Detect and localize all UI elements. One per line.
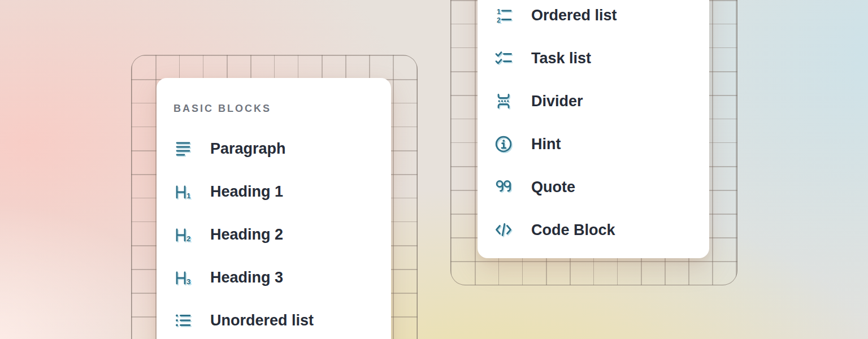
- menu-item-label: Heading 2: [210, 226, 283, 244]
- quote-icon: [494, 178, 513, 196]
- paragraph-icon: [173, 140, 192, 158]
- svg-text:2: 2: [186, 234, 191, 243]
- divider-icon: [494, 92, 513, 110]
- menu-item-heading-1[interactable]: 11Heading 1: [173, 176, 391, 207]
- section-label: BASIC BLOCKS: [173, 103, 391, 114]
- svg-text:2: 2: [497, 16, 501, 24]
- more-blocks-items: 1212Ordered listTask listDividerHintQuot…: [494, 0, 709, 246]
- unordered-list-icon: [173, 311, 192, 329]
- svg-text:1: 1: [497, 8, 501, 16]
- heading-1-icon: 11: [173, 182, 192, 201]
- task-list-icon: [494, 49, 513, 67]
- menu-item-label: Paragraph: [210, 140, 286, 158]
- menu-item-label: Task list: [531, 50, 591, 67]
- heading-3-icon: 33: [173, 268, 192, 286]
- menu-item-label: Heading 1: [210, 183, 283, 201]
- menu-item-heading-3[interactable]: 33Heading 3: [173, 262, 391, 293]
- menu-item-unordered-list[interactable]: Unordered list: [173, 305, 391, 336]
- ordered-list-icon: 1212: [494, 6, 513, 24]
- gradient-background: BASIC BLOCKS Paragraph11Heading 122Headi…: [0, 0, 868, 339]
- menu-item-heading-2[interactable]: 22Heading 2: [173, 219, 391, 250]
- menu-item-label: Divider: [531, 93, 583, 110]
- menu-item-label: Ordered list: [531, 7, 617, 24]
- menu-item-label: Hint: [531, 136, 561, 153]
- svg-text:1: 1: [186, 192, 191, 200]
- basic-blocks-card: BASIC BLOCKS Paragraph11Heading 122Headi…: [157, 78, 391, 339]
- heading-2-icon: 22: [173, 225, 192, 244]
- menu-item-divider[interactable]: Divider: [494, 85, 709, 117]
- menu-item-label: Code Block: [531, 221, 615, 239]
- menu-item-paragraph[interactable]: Paragraph: [173, 133, 391, 164]
- menu-item-quote[interactable]: Quote: [494, 171, 709, 203]
- menu-item-task-list[interactable]: Task list: [494, 42, 709, 74]
- menu-item-label: Heading 3: [210, 269, 283, 286]
- menu-item-label: Quote: [531, 179, 575, 196]
- menu-item-label: Unordered list: [210, 312, 314, 329]
- hint-icon: [494, 135, 513, 153]
- basic-blocks-items: Paragraph11Heading 122Heading 233Heading…: [173, 133, 391, 336]
- menu-item-ordered-list[interactable]: 1212Ordered list: [494, 0, 709, 31]
- menu-item-code-block[interactable]: Code Block: [494, 214, 709, 246]
- code-block-icon: [494, 221, 513, 239]
- menu-item-hint[interactable]: Hint: [494, 128, 709, 160]
- svg-text:3: 3: [186, 277, 191, 286]
- more-blocks-card: 1212Ordered listTask listDividerHintQuot…: [478, 0, 709, 258]
